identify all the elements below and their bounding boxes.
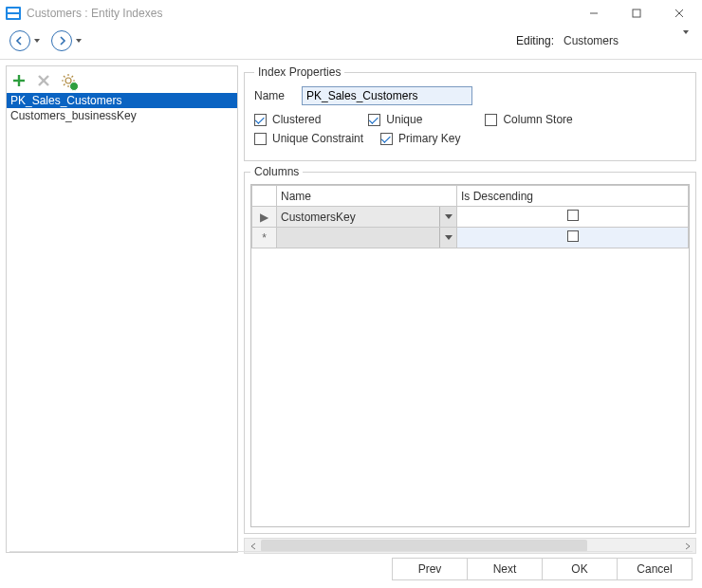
svg-point-8 [65,78,71,83]
window-title: Customers : Entity Indexes [27,7,572,20]
column-name-cell[interactable]: CustomersKey [277,207,457,228]
dropdown-button[interactable] [439,228,456,248]
checkbox-label: Unique Constraint [272,132,363,145]
checkbox-icon [567,210,579,221]
index-list-pane: PK_Sales_Customers Customers_businessKey [6,65,238,553]
primary-key-checkbox[interactable]: Primary Key [380,132,460,145]
unique-checkbox[interactable]: Unique [368,113,422,126]
index-list-toolbar [7,66,237,91]
is-descending-cell[interactable] [457,207,689,228]
svg-rect-1 [633,9,640,17]
close-button[interactable] [657,0,700,27]
editing-dropdown[interactable]: Customers [560,32,693,49]
checkbox-label: Clustered [272,113,321,126]
nav-back-dropdown[interactable] [32,39,42,43]
clustered-checkbox[interactable]: Clustered [254,113,321,126]
columns-legend: Columns [250,165,303,178]
prev-button[interactable]: Prev [392,558,468,580]
editing-value: Customers [563,34,619,47]
nav-back-button[interactable] [9,30,30,51]
columns-group: Columns Name Is Descending ▶ CustomersKe… [244,165,696,534]
row-marker: * [252,228,277,248]
auto-index-button[interactable] [60,72,77,89]
add-index-button[interactable] [10,72,28,89]
grid-header-row: Name Is Descending [252,186,689,207]
svg-line-14 [72,84,74,86]
index-item[interactable]: Customers_businessKey [7,108,237,123]
column-store-checkbox[interactable]: Column Store [485,113,572,126]
checkbox-icon [567,230,579,242]
index-name-input[interactable] [302,86,472,105]
grid-row[interactable]: ▶ CustomersKey [252,207,689,228]
title-bar: Customers : Entity Indexes [0,0,702,27]
checkbox-label: Unique [386,113,422,126]
nav-forward-button[interactable] [51,30,72,51]
index-list[interactable]: PK_Sales_Customers Customers_businessKey [7,91,237,552]
cancel-button[interactable]: Cancel [617,558,693,580]
grid-new-row[interactable]: * [252,228,689,248]
is-descending-cell[interactable] [457,228,689,248]
dropdown-button[interactable] [439,207,456,227]
col-header-name[interactable]: Name [277,186,457,207]
checkbox-label: Primary Key [398,132,460,145]
minimize-button[interactable] [572,0,615,27]
svg-line-15 [64,84,65,86]
checkbox-icon [254,114,267,126]
nav-forward-dropdown[interactable] [74,39,83,43]
unique-constraint-checkbox[interactable]: Unique Constraint [254,132,363,145]
checkbox-icon [368,114,380,126]
checkbox-icon [485,114,497,126]
footer-divider [9,551,693,552]
checkbox-label: Column Store [503,113,572,126]
index-properties-group: Index Properties Name Clustered Unique C… [244,65,696,161]
columns-grid[interactable]: Name Is Descending ▶ CustomersKey [250,184,690,527]
editing-label: Editing: [516,34,554,47]
column-name-cell[interactable] [277,228,457,248]
index-item[interactable]: PK_Sales_Customers [7,93,237,108]
column-name-value [277,228,439,248]
next-button[interactable]: Next [467,558,543,580]
column-name-value: CustomersKey [277,207,439,227]
svg-line-13 [64,76,65,78]
grid-corner [252,186,277,207]
name-label: Name [254,89,302,102]
col-header-desc[interactable]: Is Descending [457,186,689,207]
delete-index-button[interactable] [35,72,52,89]
detail-pane: Index Properties Name Clustered Unique C… [244,65,696,553]
row-marker: ▶ [252,207,277,228]
checkbox-icon [380,133,393,145]
ok-button[interactable]: OK [542,558,618,580]
checkbox-icon [254,133,267,145]
nav-toolbar: Editing: Customers [0,27,702,55]
app-icon [6,7,21,20]
chevron-down-icon [683,34,689,47]
divider [0,59,702,60]
svg-line-16 [72,76,74,78]
dialog-buttons: Prev Next OK Cancel [393,558,693,580]
index-properties-legend: Index Properties [254,65,344,79]
maximize-button[interactable] [615,0,657,27]
